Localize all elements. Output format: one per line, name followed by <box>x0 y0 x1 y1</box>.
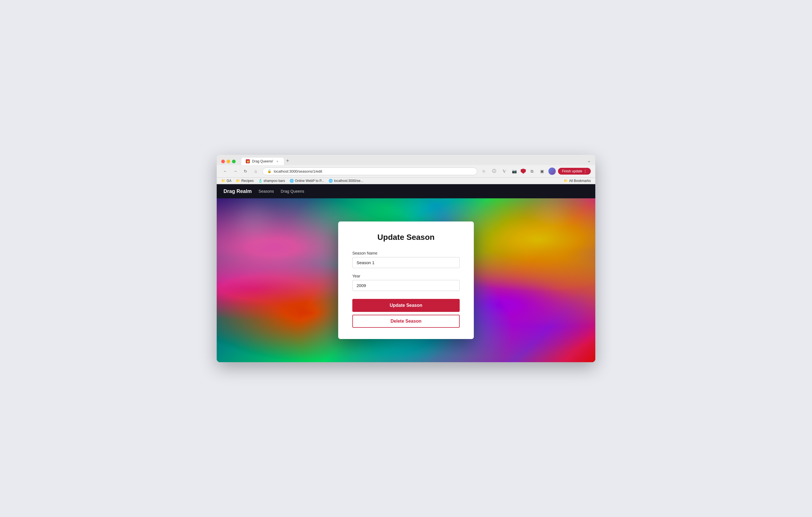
minimize-button[interactable] <box>227 160 230 163</box>
bitwarden-icon[interactable]: 𝕍 <box>500 167 508 175</box>
close-button[interactable] <box>221 160 225 163</box>
tab-favicon: 👑 <box>246 159 250 163</box>
year-label: Year <box>352 274 460 278</box>
tab-close-button[interactable]: × <box>276 159 280 163</box>
nav-drag-queens[interactable]: Drag Queens <box>281 189 304 194</box>
forward-button[interactable]: → <box>231 167 239 175</box>
update-season-card: Update Season Season Name Year Update Se… <box>338 222 474 339</box>
season-name-group: Season Name <box>352 251 460 268</box>
update-season-button[interactable]: Update Season <box>352 299 460 312</box>
home-button[interactable]: ⌂ <box>252 167 260 175</box>
bookmark-recipes[interactable]: 📁 Recipes <box>236 179 254 183</box>
sidebar-icon[interactable]: ▣ <box>538 167 546 175</box>
info-icon[interactable]: ⓘ <box>490 167 498 175</box>
camera-icon[interactable]: 📷 <box>511 167 518 175</box>
bookmark-shampoo[interactable]: 🧴 shampoo bars <box>258 179 285 183</box>
hero-section: Update Season Season Name Year Update Se… <box>217 198 595 362</box>
site-nav: Drag Realm Seasons Drag Queens <box>217 184 595 198</box>
bookmarks-folder-icon: 📁 <box>564 179 568 183</box>
bookmark-webp[interactable]: 🌐 Online WebP to P... <box>290 179 324 183</box>
new-tab-button[interactable]: + <box>284 158 292 164</box>
ublock-icon[interactable] <box>521 169 526 174</box>
title-bar: 👑 Drag Queens! × + ⌄ <box>217 155 595 165</box>
nav-buttons: ← → ↻ ⌂ <box>221 167 260 175</box>
maximize-button[interactable] <box>232 160 236 163</box>
bookmark-localhost[interactable]: 🌐 localhost:3000/se... <box>328 179 363 183</box>
bookmark-ga-label: GA <box>227 179 231 183</box>
address-bar: ← → ↻ ⌂ 🔒 localhost:3000/seasons/1/edit … <box>217 165 595 178</box>
site-logo[interactable]: Drag Realm <box>224 189 252 194</box>
modal-overlay: Update Season Season Name Year Update Se… <box>217 198 595 362</box>
bookmarks-all-label: All Bookmarks <box>569 179 591 183</box>
bookmark-shampoo-icon: 🧴 <box>258 179 262 183</box>
tab-title: Drag Queens! <box>252 159 273 163</box>
toolbar-icons: ☆ ⓘ 𝕍 📷 ⧉ ▣ Finish update ⋮ <box>480 167 591 175</box>
nav-seasons[interactable]: Seasons <box>259 189 274 194</box>
season-name-input[interactable] <box>352 257 460 268</box>
tab-bar: 👑 Drag Queens! × + <box>241 157 585 165</box>
profile-avatar[interactable] <box>548 168 556 175</box>
year-input[interactable] <box>352 280 460 291</box>
modal-title: Update Season <box>352 233 460 242</box>
window-controls: ⌄ <box>587 158 591 165</box>
bookmark-recipes-icon: 📁 <box>236 179 240 183</box>
bookmark-ga-icon: 📁 <box>221 179 226 183</box>
bookmark-localhost-label: localhost:3000/se... <box>334 179 363 183</box>
delete-season-button[interactable]: Delete Season <box>352 315 460 328</box>
finish-update-button[interactable]: Finish update ⋮ <box>558 168 591 175</box>
back-button[interactable]: ← <box>221 167 229 175</box>
security-icon: 🔒 <box>267 169 271 173</box>
active-tab[interactable]: 👑 Drag Queens! × <box>241 157 284 165</box>
bookmark-webp-icon: 🌐 <box>290 179 294 183</box>
extensions-icon[interactable]: ⧉ <box>528 167 536 175</box>
address-input[interactable]: 🔒 localhost:3000/seasons/1/edit <box>262 168 477 175</box>
url-text: localhost:3000/seasons/1/edit <box>274 169 472 173</box>
bookmarks-bar: 📁 GA 📁 Recipes 🧴 shampoo bars 🌐 Online W… <box>217 178 595 184</box>
bookmark-ga[interactable]: 📁 GA <box>221 179 231 183</box>
bookmarks-all[interactable]: 📁 All Bookmarks <box>564 179 591 183</box>
star-icon[interactable]: ☆ <box>480 167 488 175</box>
bookmark-localhost-icon: 🌐 <box>328 179 333 183</box>
browser-window: 👑 Drag Queens! × + ⌄ ← → ↻ ⌂ 🔒 localhost… <box>217 155 595 362</box>
page-content: Drag Realm Seasons Drag Queens Update Se… <box>217 184 595 362</box>
bookmark-shampoo-label: shampoo bars <box>264 179 285 183</box>
bookmark-webp-label: Online WebP to P... <box>295 179 324 183</box>
season-name-label: Season Name <box>352 251 460 255</box>
bookmark-recipes-label: Recipes <box>241 179 254 183</box>
finish-update-menu-icon: ⋮ <box>583 169 587 173</box>
refresh-button[interactable]: ↻ <box>241 167 250 175</box>
traffic-lights <box>221 160 236 163</box>
year-group: Year <box>352 274 460 291</box>
